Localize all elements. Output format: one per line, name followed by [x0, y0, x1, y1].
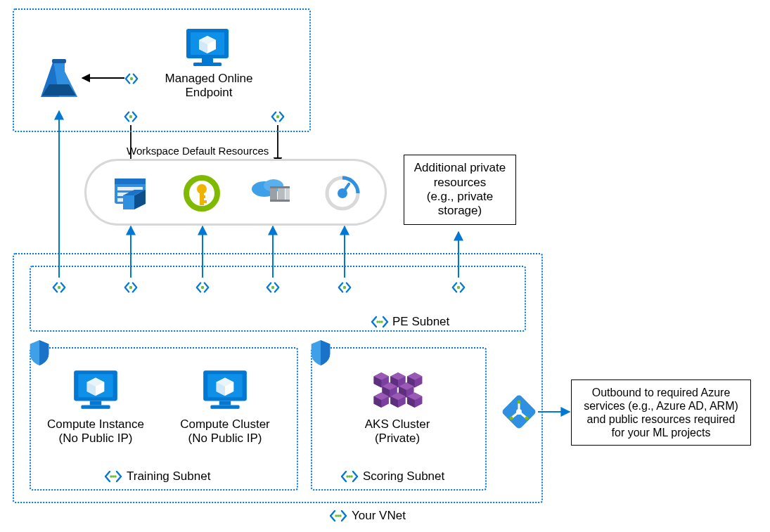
aks-cluster-icon [371, 368, 425, 412]
compute-instance-icon [70, 367, 121, 413]
private-endpoint-icon [451, 280, 466, 295]
compute-cluster-icon [200, 367, 250, 413]
managed-online-endpoint-icon [183, 25, 232, 70]
shield-icon [309, 339, 332, 367]
additional-private-resources-box: Additional private resources (e.g., priv… [404, 155, 516, 225]
training-subnet-label: Training Subnet [127, 469, 210, 484]
horizontal-connector-icon [329, 509, 347, 523]
pe-subnet-label: PE Subnet [392, 315, 449, 329]
outbound-services-label: Outbound to required Azure services (e.g… [584, 386, 738, 440]
shield-icon [28, 339, 51, 367]
load-balancer-icon [501, 394, 537, 430]
private-endpoint-icon [123, 109, 139, 124]
app-insights-icon [323, 174, 361, 212]
additional-private-resources-label: Additional private resources (e.g., priv… [414, 161, 506, 219]
aks-cluster-label: AKS Cluster (Private) [345, 417, 450, 446]
scoring-subnet-label: Scoring Subnet [363, 469, 444, 484]
private-endpoint-icon [195, 280, 210, 295]
private-endpoint-icon [270, 109, 285, 124]
container-registry-icon [252, 176, 293, 211]
private-endpoint-icon [51, 280, 67, 295]
horizontal-connector-icon [371, 315, 389, 329]
horizontal-connector-icon [340, 469, 359, 484]
horizontal-connector-icon [104, 469, 122, 484]
workspace-default-resources-label: Workspace Default Resources [127, 145, 281, 157]
compute-cluster-label: Compute Cluster (No Public IP) [169, 417, 281, 446]
private-endpoint-icon [124, 71, 139, 86]
keyvault-icon [183, 174, 221, 212]
managed-online-endpoint-label: Managed Online Endpoint [149, 72, 269, 100]
storage-icon [111, 176, 149, 211]
private-endpoint-icon [265, 280, 281, 295]
your-vnet-label: Your VNet [352, 509, 406, 523]
private-endpoint-icon [123, 280, 139, 295]
compute-instance-label: Compute Instance (No Public IP) [39, 417, 152, 446]
azure-ml-icon [38, 58, 80, 100]
outbound-services-box: Outbound to required Azure services (e.g… [571, 379, 751, 446]
pe-subnet-box [30, 266, 526, 332]
private-endpoint-icon [337, 280, 352, 295]
